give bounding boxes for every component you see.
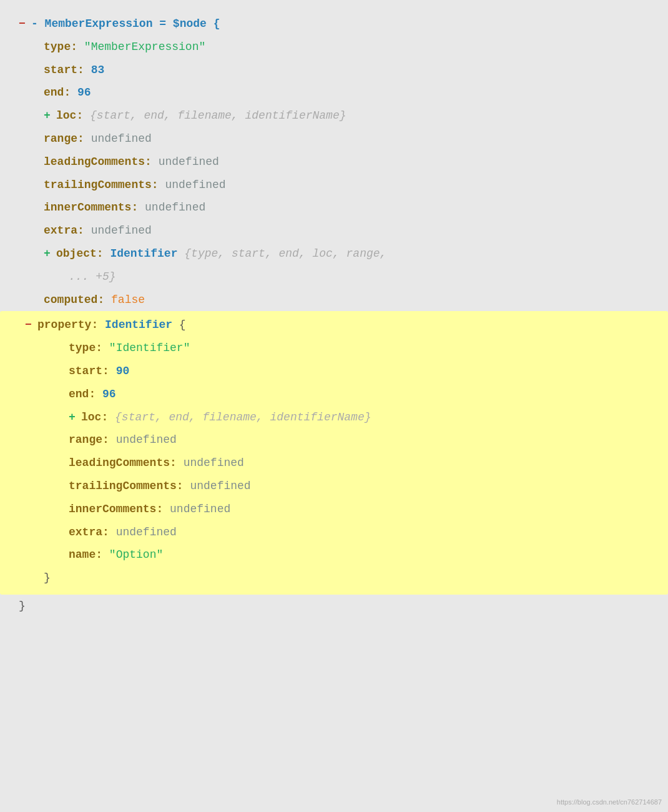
loc-field[interactable]: + loc: {start, end, filename, identifier… xyxy=(19,104,649,127)
close-brace-2: } xyxy=(19,597,26,615)
range-value: undefined xyxy=(91,130,152,148)
object-field[interactable]: + object: Identifier {type, start, end, … xyxy=(19,242,649,265)
prop-loc-key: loc: xyxy=(81,408,108,427)
inner-comments-key: innerComments: xyxy=(44,199,138,217)
prop-range-field: range: undefined xyxy=(19,428,649,452)
prop-type-value: "Identifier" xyxy=(109,339,190,357)
loc-value: {start, end, filename, identifierName} xyxy=(90,107,346,125)
prop-range-value: undefined xyxy=(116,431,177,449)
prop-leading-key: leadingComments: xyxy=(69,454,177,472)
prop-trailing-key: trailingComments: xyxy=(69,477,184,495)
member-expression-close-brace: } xyxy=(19,595,649,618)
prop-start-key: start: xyxy=(69,362,109,380)
prop-range-key: range: xyxy=(69,431,109,449)
object-type: Identifier xyxy=(110,245,177,263)
prop-leading-field: leadingComments: undefined xyxy=(19,452,649,475)
prop-end-key: end: xyxy=(69,385,96,404)
start-value: 83 xyxy=(91,61,105,79)
object-key: object: xyxy=(56,245,104,263)
loc-expand-toggle[interactable]: + xyxy=(44,107,52,125)
object-cont-text: ... +5} xyxy=(69,268,116,286)
computed-field: computed: false xyxy=(19,289,649,312)
prop-name-key: name: xyxy=(69,546,102,564)
extra-key: extra: xyxy=(44,222,84,240)
prop-start-field: start: 90 xyxy=(19,360,649,383)
trailing-comments-key: trailingComments: xyxy=(44,176,159,194)
prop-end-value: 96 xyxy=(102,385,116,404)
extra-value: undefined xyxy=(91,222,152,240)
prop-type-key: type: xyxy=(69,339,102,357)
watermark-url: https://blog.csdn.net/cn762714687 xyxy=(557,798,662,806)
type-key: type: xyxy=(44,38,77,56)
prop-inner-field: innerComments: undefined xyxy=(19,498,649,521)
prop-extra-value: undefined xyxy=(116,523,177,542)
prop-inner-value: undefined xyxy=(170,500,230,518)
end-value: 96 xyxy=(77,84,91,102)
computed-value: false xyxy=(111,291,145,309)
property-type: Identifier xyxy=(105,316,172,334)
property-close-brace: } xyxy=(19,567,649,590)
range-key: range: xyxy=(44,130,84,148)
object-expand-toggle[interactable]: + xyxy=(44,245,52,263)
leading-comments-value: undefined xyxy=(159,153,219,171)
collapse-toggle[interactable]: − xyxy=(19,15,27,33)
property-key: property: xyxy=(37,316,98,334)
prop-loc-value: {start, end, filename, identifierName} xyxy=(115,408,371,427)
property-highlighted-section: − property: Identifier { type: "Identifi… xyxy=(0,311,668,595)
type-value: "MemberExpression" xyxy=(84,38,205,56)
inner-comments-value: undefined xyxy=(145,199,205,217)
close-brace-1: } xyxy=(44,569,51,587)
object-props: {type, start, end, loc, range, xyxy=(184,245,386,263)
property-collapse-toggle[interactable]: − xyxy=(25,316,34,334)
prop-name-field: name: "Option" xyxy=(19,543,649,567)
prop-end-field: end: 96 xyxy=(19,383,649,406)
member-expression-header[interactable]: − - MemberExpression = $node { xyxy=(19,12,649,36)
loc-key: loc: xyxy=(56,107,83,125)
start-key: start: xyxy=(44,61,84,79)
computed-key: computed: xyxy=(44,291,104,309)
prop-trailing-value: undefined xyxy=(190,477,250,495)
trailing-comments-value: undefined xyxy=(165,176,225,194)
prop-leading-value: undefined xyxy=(184,454,244,472)
prop-trailing-field: trailingComments: undefined xyxy=(19,475,649,498)
leading-comments-field: leadingComments: undefined xyxy=(19,151,649,174)
prop-extra-key: extra: xyxy=(69,523,109,542)
end-key: end: xyxy=(44,84,71,102)
prop-name-value: "Option" xyxy=(109,546,163,564)
leading-comments-key: leadingComments: xyxy=(44,153,152,171)
prop-type-field: type: "Identifier" xyxy=(19,337,649,360)
prop-extra-field: extra: undefined xyxy=(19,521,649,544)
range-field: range: undefined xyxy=(19,127,649,151)
start-field: start: 83 xyxy=(19,59,649,82)
property-header[interactable]: − property: Identifier { xyxy=(19,314,649,337)
prop-loc-field[interactable]: + loc: {start, end, filename, identifier… xyxy=(19,406,649,429)
end-field: end: 96 xyxy=(19,81,649,104)
inner-comments-field: innerComments: undefined xyxy=(19,196,649,219)
ast-tree: − - MemberExpression = $node { type: "Me… xyxy=(19,12,649,618)
prop-inner-key: innerComments: xyxy=(69,500,163,518)
extra-field: extra: undefined xyxy=(19,219,649,242)
prop-start-value: 90 xyxy=(116,362,130,380)
type-field: type: "MemberExpression" xyxy=(19,36,649,59)
node-type-label: - MemberExpression = $node { xyxy=(31,15,220,33)
object-cont-line: ... +5} xyxy=(19,265,649,289)
trailing-comments-field: trailingComments: undefined xyxy=(19,174,649,197)
prop-loc-toggle[interactable]: + xyxy=(69,408,77,427)
